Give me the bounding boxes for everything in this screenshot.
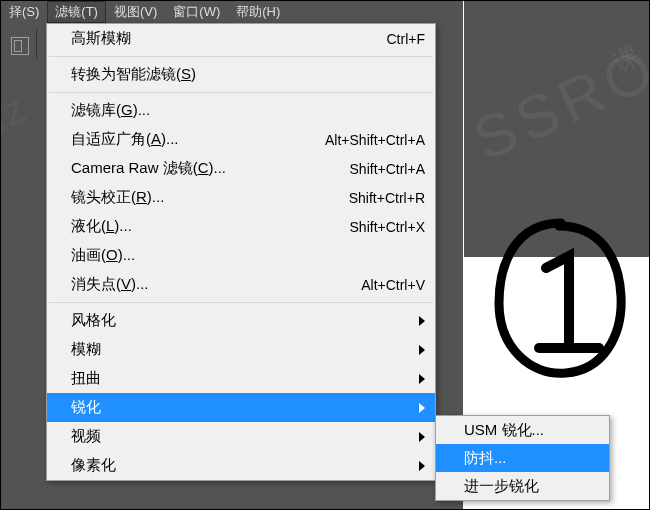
submenu-usm-sharpen[interactable]: USM 锐化... xyxy=(436,416,609,444)
menu-sharpen[interactable]: 锐化 xyxy=(47,393,435,422)
label: USM 锐化... xyxy=(464,421,544,440)
submenu-arrow-icon xyxy=(419,316,425,326)
menu-filter-gallery[interactable]: 滤镜库(G)... xyxy=(47,96,435,125)
label: 液化(L)... xyxy=(71,217,350,236)
shortcut: Shift+Ctrl+X xyxy=(350,219,425,235)
menu-pixelate[interactable]: 像素化 xyxy=(47,451,435,480)
menu-adaptive-wide-angle[interactable]: 自适应广角(A)... Alt+Shift+Ctrl+A xyxy=(47,125,435,154)
menu-lens-correction[interactable]: 镜头校正(R)... Shift+Ctrl+R xyxy=(47,183,435,212)
menu-stylize[interactable]: 风格化 xyxy=(47,306,435,335)
panel-dock-icon[interactable] xyxy=(11,37,29,55)
label: 转换为智能滤镜(S) xyxy=(71,65,425,84)
menu-camera-raw-filter[interactable]: Camera Raw 滤镜(C)... Shift+Ctrl+A xyxy=(47,154,435,183)
submenu-arrow-icon xyxy=(419,374,425,384)
menubar: 择(S) 滤镜(T) 视图(V) 窗口(W) 帮助(H) xyxy=(1,1,463,23)
label: 锐化 xyxy=(71,398,413,417)
menu-separator xyxy=(49,56,433,57)
menu-vanishing-point[interactable]: 消失点(V)... Alt+Ctrl+V xyxy=(47,270,435,299)
submenu-arrow-icon xyxy=(419,461,425,471)
submenu-arrow-icon xyxy=(419,432,425,442)
submenu-sharpen-more[interactable]: 进一步锐化 xyxy=(436,472,609,500)
submenu-shake-reduction[interactable]: 防抖... xyxy=(436,444,609,472)
submenu-arrow-icon xyxy=(419,345,425,355)
label: 滤镜库(G)... xyxy=(71,101,425,120)
shortcut: Shift+Ctrl+A xyxy=(350,161,425,177)
sharpen-submenu: USM 锐化... 防抖... 进一步锐化 xyxy=(435,415,610,501)
submenu-arrow-icon xyxy=(419,403,425,413)
menu-help[interactable]: 帮助(H) xyxy=(228,1,288,23)
menu-separator xyxy=(49,92,433,93)
label: 模糊 xyxy=(71,340,413,359)
menu-distort[interactable]: 扭曲 xyxy=(47,364,435,393)
menu-gaussian-blur[interactable]: 高斯模糊 Ctrl+F xyxy=(47,24,435,53)
watermark-nz: NZ xyxy=(0,93,34,144)
menu-video[interactable]: 视频 xyxy=(47,422,435,451)
menu-view[interactable]: 视图(V) xyxy=(106,1,165,23)
separator xyxy=(36,29,37,59)
menu-select[interactable]: 择(S) xyxy=(1,1,47,23)
label: 镜头校正(R)... xyxy=(71,188,349,207)
label: 高斯模糊 xyxy=(71,29,387,48)
label: 消失点(V)... xyxy=(71,275,361,294)
menu-filter[interactable]: 滤镜(T) xyxy=(47,1,106,23)
filter-dropdown: 高斯模糊 Ctrl+F 转换为智能滤镜(S) 滤镜库(G)... 自适应广角(A… xyxy=(46,23,436,481)
label: 防抖... xyxy=(464,449,507,468)
shortcut: Alt+Shift+Ctrl+A xyxy=(325,132,425,148)
shortcut: Shift+Ctrl+R xyxy=(349,190,425,206)
label: 像素化 xyxy=(71,456,413,475)
menu-window[interactable]: 窗口(W) xyxy=(165,1,228,23)
label: 自适应广角(A)... xyxy=(71,130,325,149)
label: 风格化 xyxy=(71,311,413,330)
menu-convert-smart-filter[interactable]: 转换为智能滤镜(S) xyxy=(47,60,435,89)
label: 视频 xyxy=(71,427,413,446)
menu-liquify[interactable]: 液化(L)... Shift+Ctrl+X xyxy=(47,212,435,241)
shortcut: Ctrl+F xyxy=(387,31,426,47)
shortcut: Alt+Ctrl+V xyxy=(361,277,425,293)
label: 油画(O)... xyxy=(71,246,425,265)
label: 扭曲 xyxy=(71,369,413,388)
screenshot-frame: 择(S) 滤镜(T) 视图(V) 窗口(W) 帮助(H) NZ 高斯模糊 Ctr… xyxy=(0,0,650,510)
menu-blur[interactable]: 模糊 xyxy=(47,335,435,364)
label: Camera Raw 滤镜(C)... xyxy=(71,159,350,178)
label: 进一步锐化 xyxy=(464,477,539,496)
menu-oil-paint[interactable]: 油画(O)... xyxy=(47,241,435,270)
watermark-big: SSROO xyxy=(464,11,650,174)
menu-separator xyxy=(49,302,433,303)
